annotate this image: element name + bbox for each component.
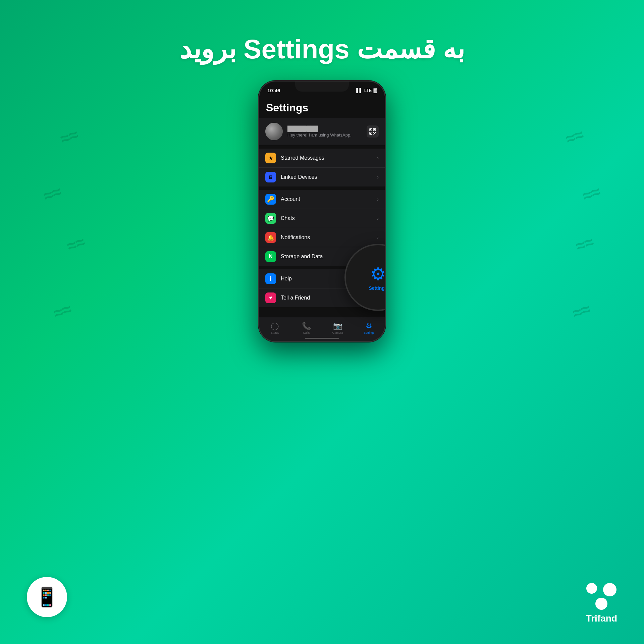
notifications-chevron: › bbox=[377, 235, 379, 240]
svg-rect-7 bbox=[375, 132, 376, 133]
linked-chevron: › bbox=[377, 174, 379, 180]
svg-rect-5 bbox=[370, 133, 371, 134]
magnify-gear-icon: ⚙ bbox=[370, 264, 386, 284]
settings-item-account[interactable]: 🔑 Account › bbox=[259, 190, 385, 209]
phone-outer: 10:46 ▌▌ LTE ▓ Settings ████████ He bbox=[258, 80, 386, 342]
starred-label: Starred Messages bbox=[281, 155, 372, 161]
status-nav-label: Status bbox=[271, 331, 279, 334]
settings-item-chats[interactable]: 💬 Chats › bbox=[259, 209, 385, 228]
svg-rect-1 bbox=[370, 129, 371, 130]
linked-label: Linked Devices bbox=[281, 174, 372, 180]
zigzag-8: ≈≈ bbox=[570, 300, 593, 323]
zigzag-4: ≈≈ bbox=[563, 125, 586, 149]
notifications-icon: 🔔 bbox=[265, 232, 276, 243]
svg-rect-9 bbox=[374, 133, 375, 134]
zigzag-6: ≈≈ bbox=[573, 232, 596, 256]
status-nav-icon: ◯ bbox=[271, 322, 279, 330]
settings-item-linked[interactable]: 🖥 Linked Devices › bbox=[259, 168, 385, 186]
avatar bbox=[265, 123, 283, 140]
qr-icon[interactable] bbox=[367, 125, 379, 138]
nav-calls[interactable]: 📞 Calls bbox=[291, 322, 322, 334]
signal-icon: ▌▌ bbox=[356, 88, 362, 93]
nav-settings[interactable]: ⚙ Settings bbox=[354, 322, 385, 334]
profile-status: Hey there! I am using WhatsApp. bbox=[287, 132, 362, 138]
phone-notch bbox=[295, 82, 349, 92]
zigzag-2: ≈≈ bbox=[41, 182, 64, 206]
profile-name: ████████ bbox=[287, 126, 362, 132]
phone-mockup: 10:46 ▌▌ LTE ▓ Settings ████████ He bbox=[258, 80, 386, 342]
trifand-brand-name: Trifand bbox=[586, 613, 617, 624]
zigzag-7: ≈≈ bbox=[51, 300, 74, 323]
linked-icon: 🖥 bbox=[265, 172, 276, 182]
zigzag-3: ≈≈ bbox=[64, 232, 87, 256]
settings-group-1: ★ Starred Messages › 🖥 Linked Devices › bbox=[259, 149, 385, 186]
magnify-label: Settings bbox=[369, 285, 386, 291]
friend-icon: ♥ bbox=[265, 292, 276, 303]
starred-icon: ★ bbox=[265, 153, 276, 163]
profile-section[interactable]: ████████ Hey there! I am using WhatsApp. bbox=[259, 118, 385, 145]
chats-chevron: › bbox=[377, 216, 379, 221]
account-chevron: › bbox=[377, 197, 379, 202]
svg-rect-6 bbox=[373, 132, 374, 133]
settings-nav-icon: ⚙ bbox=[366, 322, 372, 330]
nav-camera[interactable]: 📷 Camera bbox=[322, 322, 354, 334]
storage-icon: N bbox=[265, 251, 276, 262]
chats-label: Chats bbox=[281, 215, 372, 221]
profile-info: ████████ Hey there! I am using WhatsApp. bbox=[287, 126, 362, 138]
battery-icon: ▓ bbox=[374, 88, 377, 93]
trifand-logo: Trifand bbox=[586, 583, 617, 624]
account-icon: 🔑 bbox=[265, 194, 276, 205]
svg-rect-3 bbox=[374, 129, 375, 130]
starred-chevron: › bbox=[377, 155, 379, 161]
svg-rect-8 bbox=[373, 134, 374, 135]
settings-nav-label: Settings bbox=[364, 331, 375, 334]
zigzag-1: ≈≈ bbox=[58, 125, 80, 149]
nav-status[interactable]: ◯ Status bbox=[259, 322, 291, 334]
camera-nav-icon: 📷 bbox=[333, 322, 342, 330]
calls-nav-icon: 📞 bbox=[302, 322, 311, 330]
settings-item-starred[interactable]: ★ Starred Messages › bbox=[259, 149, 385, 168]
status-icons: ▌▌ LTE ▓ bbox=[356, 88, 377, 93]
screen-title: Settings bbox=[259, 96, 385, 118]
settings-item-notifications[interactable]: 🔔 Notifications › bbox=[259, 228, 385, 247]
home-indicator bbox=[305, 338, 339, 339]
camera-nav-label: Camera bbox=[332, 331, 343, 334]
avatar-image bbox=[265, 123, 283, 140]
network-label: LTE bbox=[364, 88, 372, 93]
notifications-label: Notifications bbox=[281, 234, 372, 240]
phone-logo-icon: 📱 bbox=[35, 586, 59, 608]
calls-nav-label: Calls bbox=[303, 331, 310, 334]
page-title: به قسمت Settings بروید bbox=[179, 34, 465, 65]
account-label: Account bbox=[281, 196, 372, 202]
chats-icon: 💬 bbox=[265, 213, 276, 224]
status-time: 10:46 bbox=[267, 88, 280, 93]
help-icon: i bbox=[265, 273, 276, 284]
zigzag-5: ≈≈ bbox=[580, 182, 603, 206]
bottom-phone-logo: 📱 bbox=[27, 577, 67, 617]
